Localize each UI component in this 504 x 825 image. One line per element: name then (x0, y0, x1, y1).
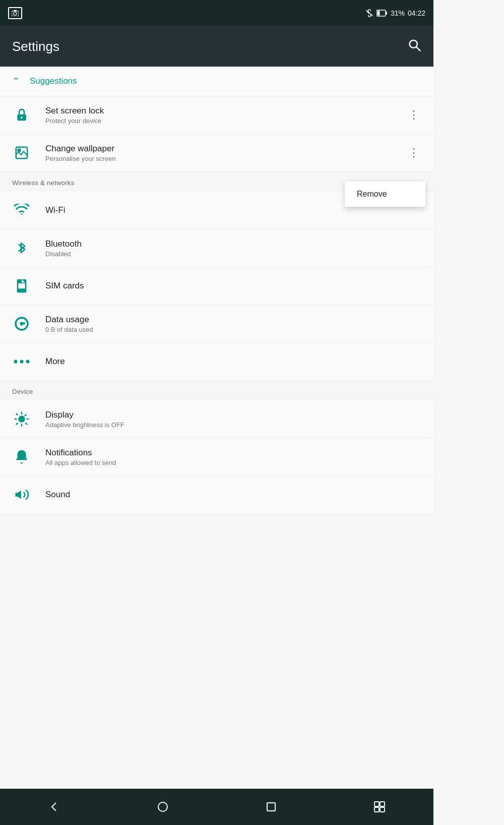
lock-icon (12, 105, 31, 125)
data-usage-text: Data usage 0 B of data used (45, 315, 421, 333)
data-usage-subtitle: 0 B of data used (45, 326, 421, 333)
device-section-header: Device (0, 381, 433, 400)
svg-point-1 (14, 12, 17, 15)
svg-rect-24 (380, 802, 385, 806)
data-usage-icon (12, 314, 31, 333)
svg-point-16 (21, 323, 23, 325)
wifi-text: Wi-Fi (45, 205, 421, 215)
data-usage-title: Data usage (45, 315, 421, 325)
sim-text: SIM cards (45, 281, 421, 291)
wallpaper-text: Change wallpaper Personalise your screen (45, 144, 392, 162)
screen-lock-subtitle: Protect your device (45, 117, 392, 125)
bluetooth-text: Bluetooth Disabled (45, 239, 421, 258)
display-title: Display (45, 410, 421, 420)
settings-content: ⌃ Suggestions Set screen lock Protect yo… (0, 67, 433, 514)
svg-rect-26 (380, 807, 385, 812)
photo-icon (8, 7, 22, 19)
more-text: More (45, 357, 421, 367)
sound-title: Sound (45, 490, 421, 500)
display-icon (12, 409, 31, 429)
setting-item-data-usage[interactable]: Data usage 0 B of data used (0, 305, 433, 343)
svg-rect-2 (14, 10, 17, 12)
svg-point-20 (18, 416, 25, 422)
home-button[interactable] (148, 792, 178, 822)
search-icon[interactable] (407, 38, 421, 55)
wifi-icon (12, 201, 31, 220)
display-subtitle: Adaptive brightness is OFF (45, 421, 421, 429)
setting-item-display[interactable]: Display Adaptive brightness is OFF (0, 400, 433, 438)
wallpaper-subtitle: Personalise your screen (45, 155, 392, 162)
sim-title: SIM cards (45, 281, 421, 291)
svg-line-8 (416, 47, 420, 51)
context-menu: Remove (345, 182, 425, 207)
svg-rect-14 (18, 283, 25, 289)
screen-lock-title: Set screen lock (45, 106, 392, 116)
setting-item-bluetooth[interactable]: Bluetooth Disabled (0, 229, 433, 267)
status-bar-left (8, 7, 22, 19)
svg-line-3 (366, 10, 372, 16)
notifications-text: Notifications All apps allowed to send (45, 448, 421, 466)
remove-menu-item[interactable]: Remove (345, 182, 425, 207)
status-bar: 31% 04:22 (0, 0, 433, 26)
back-button[interactable] (39, 792, 70, 822)
setting-item-screen-lock[interactable]: Set screen lock Protect your device ⋮ (0, 96, 433, 134)
display-text: Display Adaptive brightness is OFF (45, 410, 421, 429)
svg-rect-22 (267, 803, 275, 811)
status-bar-right: 31% 04:22 (365, 9, 425, 17)
sound-text: Sound (45, 490, 421, 500)
wallpaper-icon (12, 143, 31, 162)
svg-point-19 (26, 360, 30, 364)
notification-icon (12, 447, 31, 466)
screen-lock-more-icon[interactable]: ⋮ (406, 106, 421, 124)
page-title: Settings (12, 39, 59, 54)
svg-rect-5 (386, 12, 387, 15)
svg-point-18 (20, 360, 24, 364)
more-dots-icon (12, 352, 31, 371)
setting-item-wallpaper[interactable]: Change wallpaper Personalise your screen… (0, 134, 433, 172)
sound-icon (12, 485, 31, 504)
svg-point-10 (21, 116, 23, 119)
bluetooth-subtitle: Disabled (45, 250, 421, 258)
svg-rect-23 (374, 802, 379, 806)
wallpaper-more-icon[interactable]: ⋮ (406, 144, 421, 161)
battery-percent: 31% (391, 9, 405, 17)
setting-item-sound[interactable]: Sound (0, 476, 433, 514)
wifi-title: Wi-Fi (45, 205, 421, 215)
app-header: Settings (0, 26, 433, 67)
recents-button[interactable] (256, 792, 286, 822)
chevron-up-icon: ⌃ (12, 76, 20, 87)
bluetooth-title: Bluetooth (45, 239, 421, 249)
notifications-subtitle: All apps allowed to send (45, 459, 421, 466)
svg-point-12 (18, 149, 21, 152)
suggestions-label: Suggestions (30, 76, 77, 86)
setting-item-sim[interactable]: SIM cards (0, 267, 433, 305)
mute-icon (365, 9, 373, 17)
screen-lock-text: Set screen lock Protect your device (45, 106, 392, 125)
bluetooth-icon (12, 239, 31, 258)
svg-rect-25 (374, 807, 379, 812)
more-title: More (45, 357, 421, 367)
svg-rect-6 (377, 11, 380, 16)
clock: 04:22 (408, 9, 425, 17)
setting-item-notifications[interactable]: Notifications All apps allowed to send (0, 438, 433, 476)
battery-icon (376, 10, 388, 17)
custom-button[interactable] (364, 792, 395, 822)
setting-item-more[interactable]: More (0, 343, 433, 381)
sim-icon (12, 276, 31, 296)
suggestions-section-header[interactable]: ⌃ Suggestions (0, 67, 433, 96)
svg-point-21 (158, 802, 167, 811)
bottom-nav (0, 789, 433, 825)
svg-point-17 (14, 360, 18, 364)
notifications-title: Notifications (45, 448, 421, 458)
wallpaper-title: Change wallpaper (45, 144, 392, 154)
